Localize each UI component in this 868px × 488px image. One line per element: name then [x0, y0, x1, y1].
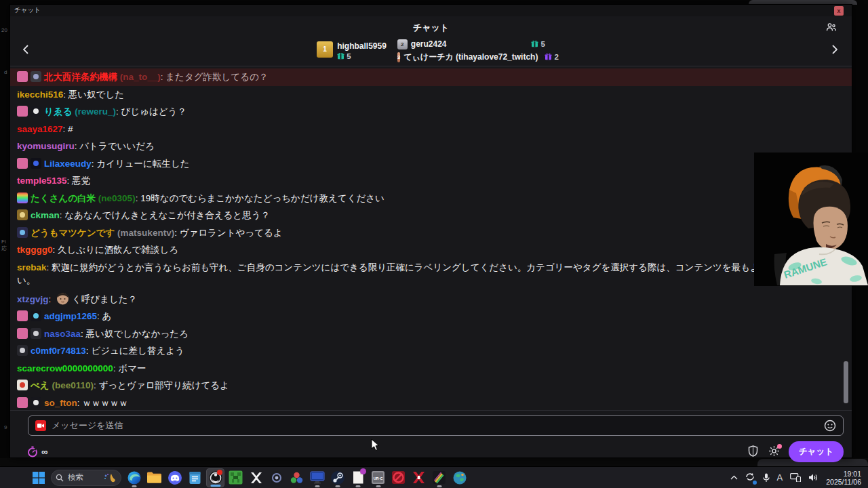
- taskbar-app-lens-icon[interactable]: [267, 468, 285, 487]
- chat-message-text: 悪党: [72, 176, 90, 186]
- gift-rank3-icon: 3: [397, 52, 400, 62]
- tray-overflow-chevron-icon[interactable]: [730, 475, 738, 480]
- chat-username[interactable]: so_fton: [44, 398, 77, 408]
- clock-date: 2025/11/06: [826, 478, 861, 486]
- chat-message-list: 北大西洋条約機構 (na_to__): またタグ詐欺してるの？ikecchi51…: [10, 68, 852, 411]
- chat-message-text: 悪い奴でした: [68, 89, 124, 100]
- message-colon: :: [53, 245, 58, 255]
- chat-username[interactable]: srebak: [17, 262, 47, 272]
- chat-username[interactable]: たくさんの白米: [31, 193, 96, 203]
- webcam-overlay-window[interactable]: RAMUNE: [754, 152, 868, 286]
- chat-message: srebak: 釈迦に規約がどうとか言うならお前も守れ、ご自身のコンテンツにはで…: [10, 259, 852, 289]
- chat-username[interactable]: tkgggg0: [17, 245, 53, 255]
- taskbar-app-notepad-icon[interactable]: [186, 468, 204, 487]
- taskbar-app-discord-icon[interactable]: [165, 468, 184, 487]
- chat-username[interactable]: ckman: [31, 210, 60, 220]
- taskbar-app-steam-icon[interactable]: [328, 468, 347, 487]
- chat-username[interactable]: どうもマツケンです: [31, 228, 115, 238]
- taskbar-app-wallpaper-icon[interactable]: [430, 468, 448, 487]
- chat-scrollbar-thumb[interactable]: [844, 361, 848, 403]
- start-button[interactable]: [30, 469, 47, 487]
- chat-message: tkgggg0: 久しぶりに酒飲んで雑談しろ: [10, 241, 852, 259]
- window-titlebar[interactable]: チャット: [10, 5, 852, 16]
- taskbar-app-folder-icon[interactable]: [145, 468, 163, 487]
- windows-taskbar: 検索 UR-C A 19:01 2025/11/06: [0, 466, 868, 488]
- sync-tray-icon[interactable]: [745, 472, 755, 484]
- taskbar-search-box[interactable]: 検索: [51, 470, 121, 486]
- close-button[interactable]: x: [834, 6, 844, 16]
- chat-message-text: ずっとヴァロ部守り続けてるよ: [98, 380, 229, 390]
- volume-tray-icon[interactable]: [808, 473, 818, 482]
- message-colon: :: [63, 89, 68, 100]
- taskbar-clock[interactable]: 19:01 2025/11/06: [826, 470, 861, 486]
- gift-rank2-icon: 2: [397, 39, 408, 49]
- chat-badge-icon: [31, 310, 41, 321]
- taskbar-app-globe-paint-icon[interactable]: [450, 468, 469, 487]
- taskbar-app-monitor-app-icon[interactable]: [308, 468, 326, 487]
- chat-message-text: 釈迦に規約がどうとか言うならお前も守れ、ご自身のコンテンツにはできる限り正確にラ…: [17, 262, 844, 286]
- watch-streak[interactable]: ∞: [28, 446, 47, 458]
- taskbar-app-red-x-icon[interactable]: [410, 468, 428, 487]
- chat-badge-icon: [31, 397, 41, 408]
- chat-message: 北大西洋条約機構 (na_to__): またタグ詐欺してるの？: [10, 68, 852, 86]
- chat-username[interactable]: naso3aa: [44, 329, 81, 339]
- chat-username[interactable]: scarecrow0000000000: [17, 363, 113, 373]
- chat-username-alias: (ne0305): [96, 193, 136, 203]
- taskbar-app-notes-page-icon[interactable]: [349, 468, 367, 487]
- chat-message: kyomusugiru: バトラでいいだろ: [10, 138, 852, 155]
- chat-username[interactable]: 北大西洋条約機構: [44, 72, 117, 82]
- community-users-icon[interactable]: [826, 22, 837, 32]
- chat-settings-gear-icon[interactable]: [768, 445, 781, 458]
- taskbar-app-rgb-tool-icon[interactable]: [288, 468, 306, 487]
- moderation-shield-icon[interactable]: [748, 445, 760, 458]
- chat-username[interactable]: kyomusugiru: [17, 141, 75, 151]
- emote-picker-icon[interactable]: [824, 420, 836, 432]
- chat-username[interactable]: りゑる: [44, 106, 72, 117]
- microphone-tray-icon[interactable]: [763, 473, 770, 483]
- leaderboard-2-name: geru2424: [411, 39, 447, 49]
- chat-username[interactable]: c0mf0r74813: [31, 346, 86, 356]
- chat-send-button[interactable]: チャット: [789, 441, 844, 462]
- message-colon: :: [49, 294, 54, 304]
- chat-message: xtzgvjg: く呼びました？: [10, 289, 852, 308]
- taskbar-app-obs-icon[interactable]: [206, 468, 224, 487]
- message-colon: :: [81, 329, 86, 339]
- window-title: チャット: [14, 6, 41, 15]
- chat-badge-icon: [17, 328, 28, 339]
- leaderboard-2-count: 5: [540, 40, 545, 48]
- clock-time: 19:01: [826, 470, 861, 478]
- chat-username[interactable]: xtzgvjg: [17, 294, 49, 304]
- leaderboard-entry-3[interactable]: 3 てぃけーチカ (tihayalove72_twitch) 2: [397, 52, 545, 63]
- leaderboard-entry-1[interactable]: 1 highball5959 5: [317, 41, 387, 61]
- taskbar-app-minecraft-icon[interactable]: [226, 468, 245, 487]
- chat-username[interactable]: べえ: [31, 380, 50, 390]
- chat-message-text: 19時なのでむらまこかかなたどっちかだけ教えてください: [140, 193, 384, 203]
- chat-username[interactable]: saaya1627: [17, 124, 63, 134]
- chat-message-text: カイリューに転生した: [96, 159, 189, 169]
- chat-message: りゑる (reweru_): びじゅはどう？: [10, 103, 852, 121]
- chat-message-text: く呼びました？: [72, 294, 137, 304]
- taskbar-app-edge-icon[interactable]: [125, 468, 143, 487]
- ime-indicator[interactable]: A: [777, 472, 783, 483]
- leaderboard-next-button[interactable]: [830, 41, 840, 58]
- taskbar-app-red-slash-icon[interactable]: [389, 468, 408, 487]
- background-fragment: Fi: [1, 239, 6, 245]
- chat-input[interactable]: メッセージを送信: [28, 415, 844, 436]
- search-icon: [56, 474, 64, 482]
- chat-popout-window: チャット x チャット 1 highball5959 5 2: [9, 4, 852, 458]
- chat-username[interactable]: adgjmp1265: [44, 311, 97, 321]
- taskbar-app-ur-c-icon[interactable]: UR-C: [369, 468, 387, 487]
- leaderboard-prev-button[interactable]: [21, 41, 31, 58]
- chat-username[interactable]: ikecchi516: [17, 89, 63, 100]
- chat-badge-icon: [17, 397, 28, 408]
- chat-username[interactable]: temple5135: [17, 176, 67, 186]
- background-fragment: 20: [1, 27, 7, 33]
- streamer-face-emote[interactable]: [56, 291, 70, 306]
- taskbar-app-x-app-icon[interactable]: [247, 468, 265, 487]
- chat-username[interactable]: Lilaxeeudy: [44, 159, 92, 169]
- chat-badge-icon: [17, 345, 28, 356]
- network-display-tray-icon[interactable]: [790, 473, 801, 482]
- leaderboard-entry-2[interactable]: 2 geru2424 5: [397, 39, 545, 49]
- gift-icon: [545, 53, 552, 62]
- chat-badge-icon: [31, 71, 41, 82]
